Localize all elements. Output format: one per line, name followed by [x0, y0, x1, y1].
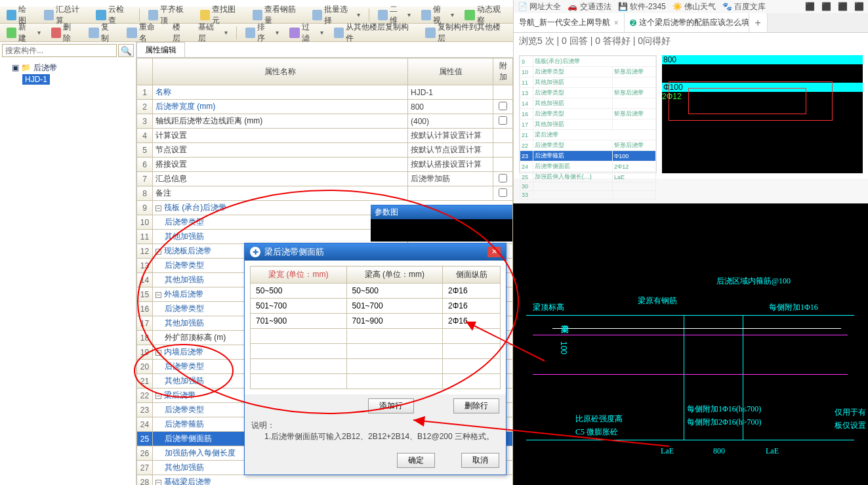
tab-property-edit[interactable]: 属性编辑: [136, 42, 185, 57]
extra-checkbox[interactable]: [499, 174, 507, 182]
ok-button[interactable]: 确定: [397, 453, 435, 468]
component-tree-pane: 🔍 ▣ 📁 后浇带 HJD-1: [0, 42, 136, 485]
new-icon: [7, 28, 16, 38]
dialog-titlebar[interactable]: ✚ 梁后浇带侧面筋 ✕: [245, 243, 506, 261]
table-row: 701~900701~9002Φ16: [251, 314, 501, 329]
dialog-title: 梁后浇带侧面筋: [264, 246, 324, 258]
fav-link[interactable]: ☀️ 佛山天气: [672, 1, 716, 12]
col-property-name: 属性名称: [153, 58, 408, 85]
col-beam-height[interactable]: 梁高 (单位：mm): [346, 266, 443, 284]
qa-thumbnail-2[interactable]: 800 LAE h Φ100 2Φ12: [662, 55, 863, 173]
qa-stats: 浏览5 次 | 0 回答 | 0 答得好 | 0问得好: [514, 33, 868, 50]
browser-action-icon[interactable]: ⬛: [805, 2, 815, 11]
table-row: [251, 329, 501, 344]
side-rebar-dialog: ✚ 梁后浇带侧面筋 ✕ 梁宽 (单位：mm) 梁高 (单位：mm) 侧面纵筋 5…: [244, 243, 506, 475]
table-row: [251, 344, 501, 359]
orbit-icon: [465, 10, 474, 20]
param-preview-panel: 参数图: [371, 205, 512, 242]
cad-drawing-view[interactable]: 后浇区域内箍筋@100 梁原有钢筋 梁顶标高 每侧附加1Φ16 每侧附加1Φ16…: [513, 203, 868, 485]
property-tabs: 属性编辑: [136, 42, 513, 58]
fav-link[interactable]: 🚗 交通违法: [568, 1, 611, 12]
close-icon[interactable]: ×: [614, 18, 619, 28]
qa-thumbnail-1[interactable]: 9筏板(承台)后浇带 10后浇带类型矩形后浇带 11其他加强筋 13后浇带类型矩…: [519, 55, 657, 173]
browser-action-icon[interactable]: ⬛: [854, 2, 864, 11]
toolbar-2: 新建▾ 删除 复制 重命名 楼层 基础层▾ 排序▾ 过滤▾ 从其他楼层复制构件 …: [0, 24, 513, 42]
new-tab-button[interactable]: +: [749, 13, 768, 32]
col-property-value: 属性值: [408, 58, 493, 85]
search-icon: [200, 10, 210, 20]
fav-link[interactable]: 💾 软件-2345: [618, 1, 666, 12]
param-panel-title: 参数图: [371, 205, 512, 219]
fav-link[interactable]: 🐾 百度文库: [722, 1, 766, 12]
extra-checkbox[interactable]: [499, 116, 507, 125]
add-row-button[interactable]: 添加行: [368, 398, 414, 413]
browser-favorites-bar: 📄 网址大全 🚗 交通违法 💾 软件-2345 ☀️ 佛山天气 🐾 百度文库 ⬛…: [514, 0, 868, 13]
collapse-icon[interactable]: −: [155, 249, 161, 255]
sigma-icon: [44, 10, 54, 20]
rename-icon: [127, 28, 137, 38]
extra-checkbox[interactable]: [499, 188, 507, 197]
col-beam-width[interactable]: 梁宽 (单位：mm): [251, 266, 347, 284]
dialog-icon: ✚: [250, 247, 260, 257]
browser-tab-1[interactable]: 导航_新一代安全上网导航×: [514, 13, 625, 32]
align-icon: [148, 10, 158, 20]
collapse-icon[interactable]: −: [155, 292, 161, 298]
dialog-note: 说明： 1.后浇带侧面筋可输入2B12、2B12+2B14、B12@200 三种…: [245, 417, 506, 448]
table-row: 50~50050~5002Φ16: [251, 284, 501, 299]
pencil-icon: [7, 10, 16, 20]
collapse-icon[interactable]: −: [155, 350, 161, 356]
collapse-icon[interactable]: −: [155, 480, 161, 485]
qa-attachments: 9筏板(承台)后浇带 10后浇带类型矩形后浇带 11其他加强筋 13后浇带类型矩…: [514, 50, 868, 179]
browser-tab-2[interactable]: ➋这个梁后浇带的配筋应该怎么填×: [625, 13, 749, 32]
browser-action-icon[interactable]: ⬛: [838, 2, 848, 11]
cancel-button[interactable]: 取消: [461, 453, 499, 468]
copy-icon: [89, 28, 99, 38]
sort-icon: [245, 28, 255, 38]
browser-action-icon[interactable]: ⬛: [821, 2, 831, 11]
col-side-rebar[interactable]: 侧面纵筋: [443, 266, 501, 284]
close-button[interactable]: ✕: [487, 247, 501, 257]
fav-link[interactable]: 📄 网址大全: [518, 1, 561, 12]
extra-checkbox[interactable]: [499, 102, 507, 110]
tree-child-selected[interactable]: HJD-1: [22, 74, 50, 85]
cloud-icon: [96, 10, 106, 20]
collapse-icon[interactable]: −: [155, 393, 161, 399]
filter-icon: [289, 28, 299, 38]
import-icon: [334, 28, 344, 38]
component-search-input[interactable]: [2, 44, 117, 57]
search-button[interactable]: 🔍: [118, 44, 134, 57]
delete-icon: [51, 28, 62, 38]
browser-tabs: 导航_新一代安全上网导航× ➋这个梁后浇带的配筋应该怎么填× +: [514, 13, 868, 33]
col-extra: 附加: [493, 58, 513, 85]
table-row: 501~700501~7002Φ16: [251, 299, 501, 314]
export-icon: [425, 28, 436, 38]
table-row: [251, 374, 501, 389]
box-icon: [378, 10, 388, 20]
steel-icon: [253, 10, 262, 20]
table-row: [251, 359, 501, 374]
component-tree[interactable]: ▣ 📁 后浇带 HJD-1: [0, 59, 136, 87]
collapse-icon[interactable]: −: [155, 205, 161, 211]
tree-root[interactable]: ▣ 📁 后浇带: [4, 62, 132, 74]
delete-row-button[interactable]: 删除行: [453, 398, 499, 413]
eye-icon: [421, 10, 431, 20]
rebar-table[interactable]: 梁宽 (单位：mm) 梁高 (单位：mm) 侧面纵筋 50~50050~5002…: [250, 266, 501, 389]
select-icon: [312, 10, 322, 20]
